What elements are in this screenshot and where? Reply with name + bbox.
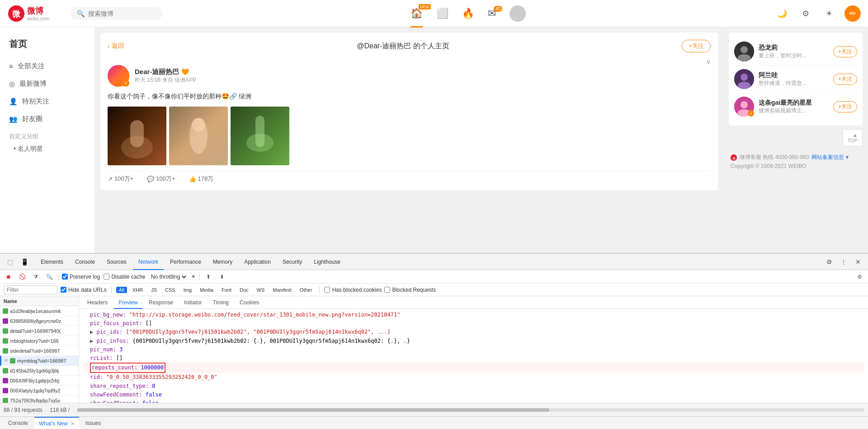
has-blocked-cookies-label[interactable]: Has blocked cookies: [324, 287, 382, 293]
list-item-7[interactable]: 006Xl9F6ly1gdijrjx2rbj:: [0, 376, 79, 386]
list-item-0[interactable]: a1d3feabjw1ecasunmk: [0, 306, 79, 316]
has-blocked-cookies-checkbox[interactable]: [324, 287, 330, 293]
device-toolbar-btn[interactable]: 📱: [18, 256, 31, 268]
filter-type-xhr[interactable]: XHR: [130, 287, 146, 293]
filter-type-media[interactable]: Media: [197, 287, 216, 293]
detail-tab-preview[interactable]: Preview: [114, 296, 142, 309]
chevron-down-icon[interactable]: ∨: [706, 58, 711, 65]
scroll-top-btn[interactable]: ▲ TOP: [729, 129, 863, 146]
throttle-select[interactable]: No throttling Slow 3G Fast 3G: [149, 273, 188, 280]
suggestion-desc-0: 要上班，暂时没时...: [759, 52, 829, 60]
tab-lighthouse[interactable]: Lighthouse: [308, 254, 346, 270]
scrollbar-container[interactable]: [77, 408, 864, 412]
disable-cache-label[interactable]: Disable cache: [104, 274, 145, 280]
devtools-close-btn[interactable]: ✕: [852, 256, 864, 268]
reposts-stat[interactable]: ↗ 100万+: [108, 175, 133, 183]
comments-stat[interactable]: 💬 100万+: [147, 175, 175, 183]
list-item-4[interactable]: sidedetail?uid=166987: [0, 346, 79, 356]
filter-input[interactable]: [4, 285, 58, 294]
detail-tab-response[interactable]: Response: [144, 296, 178, 309]
filter-type-manifest[interactable]: Manifest: [270, 287, 294, 293]
close-whats-new-btn[interactable]: ✕: [71, 417, 75, 429]
bottom-tab-issues[interactable]: Issues: [81, 417, 106, 429]
disable-cache-checkbox[interactable]: [104, 274, 109, 280]
nav-home[interactable]: 🏠 NEW: [410, 8, 423, 19]
tab-memory[interactable]: Memory: [208, 254, 238, 270]
likes-stat[interactable]: 👍 178万: [189, 175, 214, 183]
list-item-5[interactable]: ✕ mymblog?uid=166987: [0, 356, 79, 366]
suggestion-follow-btn-1[interactable]: +关注: [833, 74, 857, 85]
nav-user[interactable]: [509, 5, 526, 22]
hide-data-urls-checkbox[interactable]: [61, 287, 66, 293]
nav-mail[interactable]: ✉ 40: [488, 8, 496, 19]
preserve-log-checkbox[interactable]: [62, 274, 68, 280]
filter-type-css[interactable]: CSS: [162, 287, 178, 293]
filter-type-js[interactable]: JS: [148, 287, 160, 293]
sidebar-item-celeb[interactable]: • 名人明星: [0, 142, 94, 156]
filter-btn[interactable]: ⧩: [31, 272, 41, 282]
clear-btn[interactable]: 🚫: [17, 272, 27, 282]
json-line-pic-infos[interactable]: ▶ pic_infos: {001P0DUIly3gqnr5fvmv7j6150…: [83, 337, 864, 345]
filter-type-all[interactable]: All: [116, 287, 127, 293]
detail-tab-initiator[interactable]: Initiator: [179, 296, 206, 309]
follow-button[interactable]: +关注: [682, 40, 711, 52]
filter-type-img[interactable]: Img: [181, 287, 194, 293]
detail-tab-cookies[interactable]: Cookies: [235, 296, 264, 309]
post-image-1[interactable]: [108, 107, 166, 165]
list-item-9[interactable]: 752a7063ly8gdip7rg5y: [0, 396, 79, 403]
settings-btn[interactable]: ⚙: [797, 5, 814, 22]
list-item-6[interactable]: d145ba25ly1gdi6g3jliij: [0, 366, 79, 376]
tab-console[interactable]: Console: [70, 254, 100, 270]
preserve-log-label[interactable]: Preserve log: [62, 274, 100, 280]
import-btn[interactable]: ⬆: [203, 272, 213, 282]
post-image-3[interactable]: [231, 107, 289, 165]
filter-type-ws[interactable]: WS: [254, 287, 268, 293]
tab-performance[interactable]: Performance: [165, 254, 207, 270]
moon-btn[interactable]: 🌙: [774, 5, 790, 22]
record-btn[interactable]: ⏺: [4, 272, 14, 282]
sun-btn[interactable]: ☀: [821, 5, 837, 22]
hide-data-urls-label[interactable]: Hide data URLs: [61, 287, 107, 293]
search-box[interactable]: 🔍: [71, 7, 162, 20]
tab-sources[interactable]: Sources: [101, 254, 132, 270]
filter-type-other[interactable]: Other: [297, 287, 315, 293]
detail-tab-headers[interactable]: Headers: [83, 296, 112, 309]
inspect-element-btn[interactable]: ⬚: [4, 256, 16, 268]
devtools-settings-btn[interactable]: ⚙: [823, 256, 835, 268]
suggestion-follow-btn-2[interactable]: +关注: [833, 101, 857, 112]
blocked-requests-label[interactable]: Blocked Requests: [384, 287, 436, 293]
bottom-tab-whats-new[interactable]: What's New ✕: [34, 417, 79, 429]
sidebar-item-all-follow[interactable]: ≡ 全部关注: [0, 57, 94, 75]
post-image-2[interactable]: [169, 107, 228, 165]
export-btn[interactable]: ⬇: [217, 272, 227, 282]
list-item-1[interactable]: 63885668ly8geyrcrw0z: [0, 316, 79, 326]
list-item-8[interactable]: 006Xlatyly1gdq7qd9y2: [0, 386, 79, 396]
filter-type-font[interactable]: Font: [219, 287, 234, 293]
bottom-tab-console[interactable]: Console: [4, 417, 33, 429]
tab-network[interactable]: Network: [133, 254, 164, 270]
tab-elements[interactable]: Elements: [35, 254, 69, 270]
list-item-3[interactable]: mbloghistory?uid=166: [0, 336, 79, 346]
search-btn[interactable]: 🔍: [44, 272, 54, 282]
list-item-2[interactable]: detail?uid=166987940(: [0, 326, 79, 336]
blocked-requests-checkbox[interactable]: [384, 287, 390, 293]
tab-security[interactable]: Security: [277, 254, 307, 270]
suggestion-follow-btn-0[interactable]: +关注: [833, 46, 857, 57]
search-input[interactable]: [88, 10, 156, 17]
back-button[interactable]: ‹ 返回: [108, 42, 124, 50]
filter-type-doc[interactable]: Doc: [237, 287, 251, 293]
footer-icp[interactable]: 网站备案信息 ▾: [811, 154, 848, 161]
network-settings-btn[interactable]: ⚙: [854, 272, 864, 282]
nav-video[interactable]: ⬜: [436, 8, 448, 19]
detail-tab-timing[interactable]: Timing: [208, 296, 233, 309]
close-item-btn[interactable]: ✕: [4, 358, 8, 364]
devtools-more-btn[interactable]: ⋮: [837, 256, 850, 268]
issues-label: Issues: [85, 417, 101, 429]
nav-fire[interactable]: 🔥: [462, 8, 474, 19]
compose-btn[interactable]: ✏: [844, 5, 861, 22]
sidebar-item-special[interactable]: 👤 特别关注: [0, 93, 94, 110]
sidebar-item-friends[interactable]: 👥 好友圈: [0, 110, 94, 128]
json-line-pic-ids[interactable]: ▶ pic_ids: ["001P0DUIly3gqnr5fvmv7j61501…: [83, 328, 864, 336]
tab-application[interactable]: Application: [239, 254, 276, 270]
sidebar-item-latest[interactable]: ◎ 最新微博: [0, 75, 94, 93]
